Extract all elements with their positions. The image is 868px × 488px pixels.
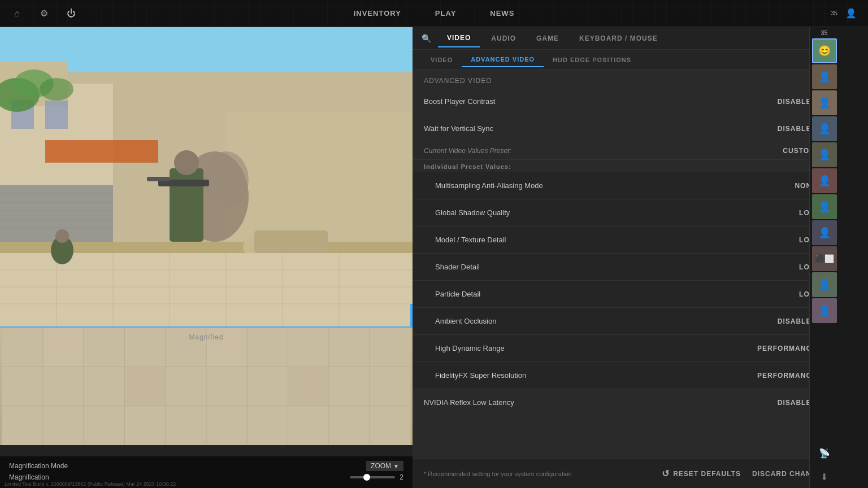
svg-rect-6 — [45, 101, 68, 129]
nav-play[interactable]: PLAY — [435, 9, 456, 18]
setting-nvidia-reflex[interactable]: NVIDIA Reflex Low Latency DISABLED ▼ — [413, 389, 839, 416]
avatar-5[interactable]: 👤 — [812, 168, 837, 193]
settings-panel: 🔍 VIDEO AUDIO GAME KEYBOARD / MOUSE VIDE… — [413, 27, 839, 488]
setting-boost-player-contrast[interactable]: Boost Player Contrast DISABLED ▼ — [413, 88, 839, 115]
home-icon[interactable]: ⌂ — [9, 6, 25, 21]
setting-vsync[interactable]: Wait for Vertical Sync DISABLED ▼ — [413, 115, 839, 142]
setting-name-particle: Particle Detail — [435, 290, 480, 298]
setting-particle[interactable]: Particle Detail LOW ▼ — [413, 281, 839, 308]
avatar-2[interactable]: 👤 — [812, 90, 837, 115]
svg-point-30 — [55, 229, 69, 243]
preset-row: Current Video Values Preset: CUSTOM ▼ — [413, 142, 839, 160]
setting-name-fidelityfx: FidelityFX Super Resolution — [435, 371, 526, 380]
setting-name-boost-contrast: Boost Player Contrast — [424, 97, 495, 106]
tab-sub-advanced-video[interactable]: ADVANCED VIDEO — [462, 53, 544, 67]
setting-name-hdr: High Dynamic Range — [435, 344, 505, 352]
svg-rect-53 — [289, 367, 328, 405]
bottom-bar: * Recommended setting for your system co… — [413, 459, 839, 488]
settings-icon[interactable]: ⚙ — [36, 6, 52, 21]
svg-point-16 — [203, 151, 249, 208]
svg-rect-31 — [170, 168, 203, 242]
preview-panel: Magnified Magnification Mode ZOOM ▼ Magn… — [0, 27, 413, 488]
reset-defaults-button[interactable]: ↺ RESET DEFAULTS — [662, 468, 741, 479]
tab-sub-hud[interactable]: HUD EDGE POSITIONS — [544, 53, 640, 67]
svg-rect-14 — [226, 112, 413, 242]
svg-point-37 — [40, 78, 73, 101]
build-info: Limited Test Build v. 2000059/13862 (Pub… — [5, 481, 176, 487]
settings-tabs-sub: VIDEO ADVANCED VIDEO HUD EDGE POSITIONS — [413, 50, 839, 70]
setting-name-shader: Shader Detail — [435, 263, 480, 271]
setting-fidelityfx[interactable]: FidelityFX Super Resolution PERFORMANCE … — [413, 362, 839, 389]
avatar-active[interactable]: 😊 — [812, 38, 837, 63]
top-bar: ⌂ ⚙ ⏻ INVENTORY PLAY NEWS 35 👤 — [0, 0, 868, 27]
setting-msaa[interactable]: Multisampling Anti-Aliasing Mode NONE ▼ — [413, 172, 839, 199]
setting-shader[interactable]: Shader Detail LOW ▼ — [413, 254, 839, 281]
setting-name-ambient-occlusion: Ambient Occlusion — [435, 317, 496, 325]
setting-hdr[interactable]: High Dynamic Range PERFORMANCE ▼ — [413, 335, 839, 362]
refresh-icon: ↺ — [662, 468, 670, 479]
nav-news[interactable]: NEWS — [490, 9, 514, 18]
avatar-6[interactable]: 👤 — [812, 194, 837, 219]
svg-rect-34 — [147, 177, 170, 181]
magnification-mode-label: Magnification Mode — [9, 462, 68, 470]
preset-label: Current Video Values Preset: — [424, 147, 511, 155]
tab-video[interactable]: VIDEO — [438, 29, 480, 47]
tab-keyboard-mouse[interactable]: KEYBOARD / MOUSE — [570, 30, 667, 47]
tab-sub-video[interactable]: VIDEO — [422, 53, 462, 67]
magnification-label: Magnification — [9, 473, 49, 481]
setting-name-vsync: Wait for Vertical Sync — [424, 124, 493, 133]
settings-content: Advanced Video Boost Player Contrast DIS… — [413, 70, 839, 459]
search-icon[interactable]: 🔍 — [422, 34, 431, 43]
setting-name-model-texture: Model / Texture Detail — [435, 236, 506, 244]
radio-icon[interactable]: 📡 — [813, 442, 836, 464]
nav-inventory[interactable]: INVENTORY — [354, 9, 401, 18]
svg-point-32 — [174, 150, 199, 175]
profile-icon[interactable]: 👤 — [843, 6, 859, 21]
svg-rect-18 — [254, 230, 328, 253]
right-sidebar: 35 😊 👤 👤 👤 👤 👤 👤 — [809, 27, 839, 488]
setting-name-nvidia-reflex: NVIDIA Reflex Low Latency — [424, 398, 514, 407]
avatar-3[interactable]: 👤 — [812, 116, 837, 141]
setting-name-shadow: Global Shadow Quality — [435, 208, 510, 217]
settings-tabs-top: 🔍 VIDEO AUDIO GAME KEYBOARD / MOUSE — [413, 27, 839, 50]
tab-game[interactable]: GAME — [527, 30, 568, 47]
svg-rect-50 — [44, 328, 83, 366]
recommended-text: * Recommended setting for your system co… — [424, 470, 572, 477]
magnification-value: 2 — [400, 473, 403, 481]
down-arrow-icon[interactable]: ⬇ — [813, 465, 836, 488]
svg-rect-51 — [125, 367, 164, 405]
magnified-label: Magnified — [189, 333, 223, 341]
sidebar-player-count: 35 — [821, 29, 827, 36]
setting-name-msaa: Multisampling Anti-Aliasing Mode — [435, 181, 543, 190]
power-icon[interactable]: ⏻ — [63, 6, 79, 21]
setting-shadow[interactable]: Global Shadow Quality LOW ▼ — [413, 199, 839, 226]
setting-ambient-occlusion[interactable]: Ambient Occlusion DISABLED ▼ — [413, 308, 839, 335]
magnification-mode-value[interactable]: ZOOM ▼ — [366, 461, 403, 471]
avatar-10[interactable]: 👤 — [812, 298, 837, 323]
setting-model-texture[interactable]: Model / Texture Detail LOW ▼ — [413, 226, 839, 254]
preview-top — [0, 27, 413, 326]
tab-audio[interactable]: AUDIO — [482, 30, 525, 47]
avatar-9[interactable]: 👤 — [812, 272, 837, 297]
svg-rect-13 — [45, 140, 158, 163]
avatar-1[interactable]: 👤 — [812, 64, 837, 89]
avatar-8[interactable]: ⬛⬜ — [812, 246, 837, 271]
avatar-4[interactable]: 👤 — [812, 142, 837, 167]
avatar-7[interactable]: 👤 — [812, 220, 837, 245]
preview-bottom: Magnified — [0, 326, 413, 445]
preview-divider — [410, 304, 413, 326]
section-title: Advanced Video — [413, 70, 839, 88]
individual-preset-label: Individual Preset Values: — [413, 160, 839, 172]
player-count: 35 — [831, 10, 837, 16]
magnification-slider[interactable] — [350, 476, 395, 478]
